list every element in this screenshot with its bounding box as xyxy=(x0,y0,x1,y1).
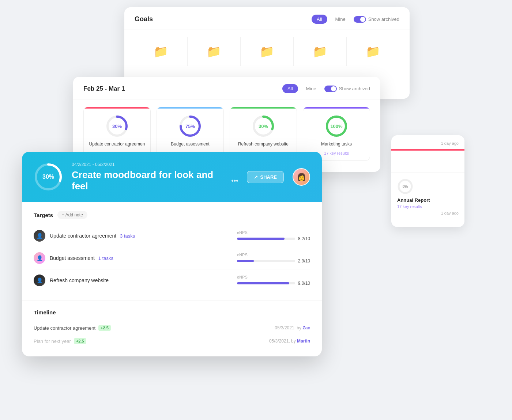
metric-value-2: 2.9/10 xyxy=(298,258,310,264)
metric-label-2: eNPS xyxy=(237,253,248,257)
target-row-1: 👤 Update contractor agreement 3 tasks eN… xyxy=(34,225,310,247)
timeline-badge-1: +2.5 xyxy=(98,325,111,331)
user-avatar: 👩 xyxy=(293,168,310,186)
goals-folders: 📁 📁 📁 📁 📁 xyxy=(124,30,410,73)
folder-item[interactable]: 📁 xyxy=(241,37,294,66)
metric-bar-fill-1 xyxy=(237,238,285,240)
metric-bar-fill-3 xyxy=(237,282,289,284)
metric-bar-row-3: 9.0/10 xyxy=(237,281,310,286)
metric-bar-fill-2 xyxy=(237,260,254,262)
detail-date: 04/2/2021 - 05/2/2021 xyxy=(72,162,238,167)
detail-panel: 30% 04/2/2021 - 05/2/2021 Create moodboa… xyxy=(22,152,322,356)
goals-toggle-label: Show archived xyxy=(354,16,399,23)
targets-label: Targets xyxy=(34,212,53,218)
target-metric-1: eNPS 8.2/10 xyxy=(237,230,310,241)
target-metric-2: eNPS 2.9/10 xyxy=(237,253,310,264)
target-avatar-1: 👤 xyxy=(34,230,45,242)
goal-card-name-3: Refresh company website xyxy=(238,141,289,147)
timeline-meta-2: 05/3/2021, by Martin xyxy=(269,338,310,344)
weekly-toggle-switch[interactable] xyxy=(324,86,337,92)
donut-label-3: 30% xyxy=(259,124,268,129)
target-avatar-2: 👤 xyxy=(34,252,45,264)
right-spacer xyxy=(391,151,464,173)
folder-icon: 📁 xyxy=(260,45,274,58)
folder-item[interactable]: 📁 xyxy=(347,37,399,66)
donut-4: 100% xyxy=(325,114,348,138)
timeline-meta-1: 05/3/2021, by Zac xyxy=(275,325,310,330)
goals-toggle-switch[interactable] xyxy=(354,16,366,23)
annual-report-time: 1 day ago xyxy=(397,211,459,215)
target-name-3: Refresh company website xyxy=(50,277,237,283)
weekly-header: Feb 25 - Mar 1 All Mine Show archived xyxy=(73,77,380,99)
folder-icon: 📁 xyxy=(366,45,380,58)
detail-dots-icon[interactable]: ••• xyxy=(231,177,238,185)
detail-ring-percent: 30% xyxy=(42,174,54,180)
target-avatar-3: 👤 xyxy=(34,275,45,286)
goals-title: Goals xyxy=(135,15,153,23)
timeline-row-1: Update contractor agreement +2.5 05/3/20… xyxy=(34,321,310,334)
goals-filter-mine[interactable]: Mine xyxy=(330,15,351,24)
donut-label-1: 30% xyxy=(112,124,122,129)
target-link-1[interactable]: 3 tasks xyxy=(120,233,135,239)
timeline-item-name-2: Plan for next year +2.5 xyxy=(34,338,269,344)
metric-bar-row-2: 2.9/10 xyxy=(237,258,310,264)
timeline-label: Timeline xyxy=(34,309,310,315)
detail-progress-ring: 30% xyxy=(34,162,63,192)
targets-section: Targets + Add note 👤 Update contractor a… xyxy=(22,202,322,300)
timeline-badge-2: +2.5 xyxy=(74,338,86,344)
metric-bar-bg-3 xyxy=(237,282,295,284)
add-note-button[interactable]: + Add note xyxy=(57,211,87,219)
folder-icon: 📁 xyxy=(313,45,327,58)
donut-label-2: 75% xyxy=(185,124,195,129)
donut-2: 75% xyxy=(178,114,202,138)
target-name-2: Budget assessment 1 tasks xyxy=(50,255,237,261)
right-panel: 1 day ago 0% Annual Report 17 key result… xyxy=(391,135,464,227)
goals-filter-all[interactable]: All xyxy=(312,15,327,24)
goal-card-name-2: Budget assessment xyxy=(171,141,209,147)
timeline-row-2: Plan for next year +2.5 05/3/2021, by Ma… xyxy=(34,334,310,348)
goal-card-meta-4: 17 key results xyxy=(324,151,349,155)
goals-header: Goals All Mine Show archived xyxy=(124,7,410,30)
metric-bar-bg-2 xyxy=(237,260,295,262)
timeline-section: Timeline Update contractor agreement +2.… xyxy=(22,300,322,356)
goals-filter-group: All Mine Show archived xyxy=(312,15,399,24)
detail-title: Create moodboard for look and feel ••• xyxy=(72,169,238,192)
detail-header: 30% 04/2/2021 - 05/2/2021 Create moodboa… xyxy=(22,152,322,202)
share-icon: ↗ xyxy=(254,174,258,180)
target-metric-3: eNPS 9.0/10 xyxy=(237,275,310,286)
donut-1: 30% xyxy=(105,114,129,138)
timeline-item-name-1: Update contractor agreement +2.5 xyxy=(34,325,275,331)
metric-value-3: 9.0/10 xyxy=(298,281,310,286)
target-row-2: 👤 Budget assessment 1 tasks eNPS 2.9/10 xyxy=(34,247,310,269)
donut-label-4: 100% xyxy=(330,124,342,129)
metric-label-1: eNPS xyxy=(237,230,248,235)
folder-item[interactable]: 📁 xyxy=(135,37,188,66)
folder-item[interactable]: 📁 xyxy=(188,37,241,66)
detail-header-info: 04/2/2021 - 05/2/2021 Create moodboard f… xyxy=(72,162,238,192)
metric-value-1: 8.2/10 xyxy=(298,236,310,241)
metric-bar-row-1: 8.2/10 xyxy=(237,236,310,241)
annual-report-top: 0% xyxy=(397,178,459,194)
annual-report-percent: 0% xyxy=(403,185,408,189)
weekly-filter-mine[interactable]: Mine xyxy=(301,84,321,93)
goal-card-name-4: Marketing tasks xyxy=(321,141,352,147)
weekly-toggle-label: Show archived xyxy=(324,86,370,92)
goal-card-name-1: Update contractor agreemen xyxy=(89,141,145,147)
weekly-title: Feb 25 - Mar 1 xyxy=(83,85,125,92)
annual-report-meta: 17 key results xyxy=(397,204,459,209)
annual-report-name: Annual Report xyxy=(397,197,459,203)
share-button[interactable]: ↗ SHARE xyxy=(247,171,284,183)
weekly-filter-all[interactable]: All xyxy=(282,84,298,93)
scene: Goals All Mine Show archived 📁 📁 📁 📁 xyxy=(0,0,512,420)
target-row-3: 👤 Refresh company website eNPS 9.0/10 xyxy=(34,269,310,291)
folder-item[interactable]: 📁 xyxy=(294,37,347,66)
folder-icon: 📁 xyxy=(207,45,221,58)
target-name-1: Update contractor agreement 3 tasks xyxy=(50,233,237,239)
right-panel-time-top: 1 day ago xyxy=(391,135,464,149)
annual-report-card[interactable]: 0% Annual Report 17 key results 1 day ag… xyxy=(391,173,464,221)
targets-header: Targets + Add note xyxy=(34,211,310,219)
folder-icon: 📁 xyxy=(154,45,168,58)
annual-report-donut: 0% xyxy=(397,178,413,194)
target-link-2[interactable]: 1 tasks xyxy=(98,256,113,261)
metric-bar-bg-1 xyxy=(237,238,295,240)
